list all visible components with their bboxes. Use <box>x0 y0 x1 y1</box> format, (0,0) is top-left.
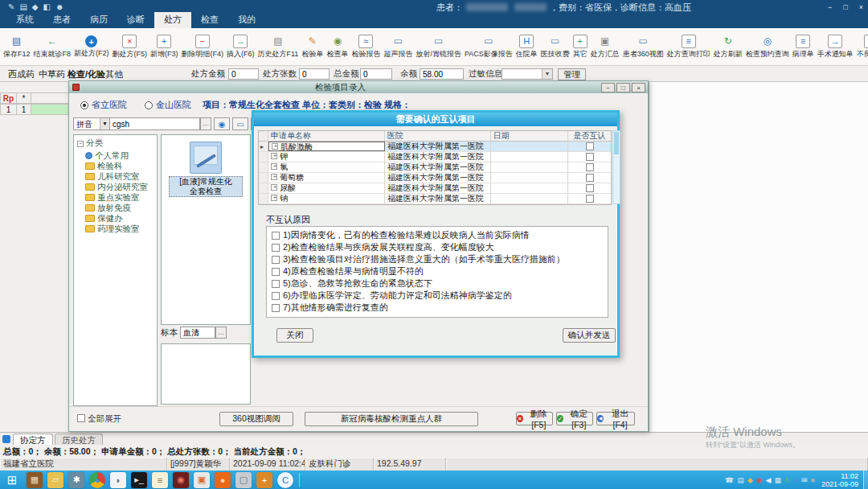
end-visit-button[interactable]: ← 结束就诊F8 <box>32 29 73 64</box>
collapse-icon[interactable]: − <box>77 141 84 147</box>
prescription-refresh-button[interactable]: ↻ 处方刷新 <box>712 29 744 64</box>
menu-item-exam[interactable]: 检查 <box>191 12 228 28</box>
taskbar-app-tiles-icon[interactable]: ▣ <box>194 472 210 488</box>
col-request-name[interactable]: 申请单名称 <box>268 131 385 141</box>
request-name-cell[interactable]: 尿酸 <box>268 183 385 193</box>
menu-item-mine[interactable]: 我的 <box>228 12 265 28</box>
request-name-cell[interactable]: 钠 <box>268 194 385 203</box>
taskbar-c-blue-icon[interactable]: C <box>277 472 293 488</box>
expand-icon[interactable] <box>271 163 277 170</box>
lab-request-button[interactable]: ✎ 检验单 <box>300 29 325 64</box>
hospital-cell[interactable]: 福建医科大学附属第一医院 <box>385 183 491 193</box>
manage-button[interactable]: 管理 <box>558 68 586 80</box>
hospital-cell[interactable]: 福建医科大学附属第一医院 <box>385 142 491 151</box>
tray-monitor-icon[interactable]: ▤ <box>737 476 744 484</box>
radio-jinshan-label[interactable]: 金山医院 <box>156 99 191 111</box>
mutual-checkbox[interactable] <box>586 174 594 182</box>
request-name-cell[interactable]: 氯 <box>268 162 385 172</box>
hospital-cell[interactable]: 福建医科大学附属第一医院 <box>385 152 491 162</box>
hospital-cell[interactable]: 福建医科大学附属第一医院 <box>385 173 491 183</box>
tree-item-key-lab[interactable]: 重点实验室 <box>77 192 157 203</box>
mutual-checkbox[interactable] <box>586 153 594 161</box>
exit-button[interactable]: ◀退出[F4] <box>596 412 635 425</box>
pathology-form-button[interactable]: ≡ 病理单 <box>791 29 816 64</box>
prescription-summary-button[interactable]: ▣ 处方汇总 <box>589 29 621 64</box>
menu-item-prescription[interactable]: 处方 <box>154 12 191 28</box>
date-cell[interactable] <box>491 183 568 193</box>
search-input[interactable] <box>110 117 200 130</box>
reason-checkbox[interactable] <box>272 244 280 252</box>
reason-checkbox[interactable] <box>272 280 280 288</box>
tree-root[interactable]: −分类 <box>77 138 157 149</box>
radio-provincial-label[interactable]: 省立医院 <box>92 99 127 111</box>
request-name-cell[interactable]: 葡萄糖 <box>268 173 385 183</box>
delete-detail-button[interactable]: − 删除明细(F4) <box>180 29 226 64</box>
tab-exam-lab[interactable]: 检查/化验 <box>68 68 105 80</box>
other-button[interactable]: + 其它 <box>571 29 589 64</box>
钾[interactable]: 钾 福建医科大学附属第一医院 <box>259 152 611 162</box>
dialog-minimize-icon[interactable]: − <box>601 83 615 92</box>
taskbar-app-orange-icon[interactable]: ● <box>215 472 231 488</box>
lab-item-icon[interactable] <box>190 142 222 174</box>
exam-appointment-button[interactable]: ◎ 检查预约查询 <box>744 29 791 64</box>
reason-checkbox[interactable] <box>272 256 280 264</box>
date-cell[interactable] <box>491 142 568 151</box>
tree-item-radioimmunoassay[interactable]: 放射免疫 <box>77 203 157 213</box>
mr-close-button[interactable]: 关闭 <box>276 328 313 343</box>
expand-icon[interactable] <box>271 195 277 201</box>
tree-item-personal[interactable]: 个人常用 <box>77 150 157 161</box>
mutual-checkbox[interactable] <box>586 163 594 171</box>
tree-item-endocrine[interactable]: 内分泌研究室 <box>77 182 157 192</box>
tab-western-medicine[interactable]: 西成药 <box>8 68 35 80</box>
expand-icon[interactable] <box>271 174 277 180</box>
taskbar-chat-icon[interactable]: ◗ <box>110 472 126 488</box>
mutual-checkbox[interactable] <box>586 142 594 150</box>
taskbar-notepad-icon[interactable]: ≡ <box>152 472 168 488</box>
reason-checkbox[interactable] <box>272 268 280 276</box>
col-date[interactable]: 日期 <box>491 131 568 141</box>
insert-button[interactable]: → 插入(F6) <box>225 29 256 64</box>
delete-button[interactable]: ×删除[F5] <box>516 412 553 425</box>
lab-item-label[interactable]: [血液]常规生化 全套检查 <box>169 176 243 197</box>
show-desktop-button[interactable] <box>863 471 868 489</box>
menu-item-diagnosis[interactable]: 诊断 <box>117 12 154 28</box>
grid-cell-item[interactable] <box>31 104 69 115</box>
ultrasound-report-button[interactable]: ▭ 超声报告 <box>382 29 414 64</box>
specimen-field[interactable] <box>180 327 215 339</box>
balance-field[interactable] <box>420 68 464 80</box>
taskbar-tools-icon[interactable]: ✱ <box>68 472 84 488</box>
氯[interactable]: 氯 福建医科大学附属第一医院 <box>259 162 611 173</box>
row-selector[interactable] <box>259 152 268 162</box>
add-row-button[interactable]: + 新增(F3) <box>149 29 180 64</box>
grid-cell-rp[interactable]: 1 <box>0 104 17 115</box>
taskbar-chrome-icon[interactable]: ● <box>89 472 105 488</box>
exam-request-button[interactable]: ◉ 检查单 <box>325 29 350 64</box>
hospital-cell[interactable]: 福建医科大学附属第一医院 <box>385 162 491 172</box>
close-icon[interactable]: × <box>859 3 863 11</box>
尿酸[interactable]: 尿酸 福建医科大学附属第一医院 <box>259 183 611 194</box>
tray-update-icon[interactable]: ↻ <box>784 476 791 484</box>
tab-history-prescription[interactable]: 历史处方 <box>55 434 103 446</box>
dialog-maximize-icon[interactable]: □ <box>616 83 630 92</box>
medtech-charge-button[interactable]: ▭ 医技收费 <box>539 29 571 64</box>
tray-alert-icon[interactable]: ◉ <box>756 476 763 484</box>
confirm-button[interactable]: ✓确定[F3] <box>556 412 593 425</box>
menu-item-patient[interactable]: 患者 <box>43 12 80 28</box>
date-cell[interactable] <box>491 173 568 183</box>
prescription-print-button[interactable]: ≡ 处方查询打印 <box>665 29 712 64</box>
taskbar-folder-icon[interactable]: ▱ <box>47 472 63 488</box>
row-selector[interactable] <box>259 142 268 151</box>
tray-volume-icon[interactable]: ◀ <box>766 476 772 484</box>
tab-protocol-prescription[interactable]: 协定方 <box>13 434 53 446</box>
radio-provincial-hospital[interactable] <box>80 101 88 109</box>
expand-all-checkbox[interactable]: 全部展开 <box>77 413 121 425</box>
mutual-checkbox[interactable] <box>586 195 594 203</box>
radiology-report-button[interactable]: ▭ 放射/胃镜报告 <box>414 29 463 64</box>
reason-checkbox[interactable] <box>272 292 280 300</box>
tray-shield-icon[interactable]: ◆ <box>747 476 753 484</box>
allergy-select[interactable]: ▼ <box>502 68 553 80</box>
tray-safe-icon[interactable]: ■ <box>811 476 815 484</box>
taskbar-app-red-icon[interactable]: ◉ <box>173 472 189 488</box>
mr-send-button[interactable]: 确认并发送 <box>563 328 616 343</box>
mutual-checkbox[interactable] <box>586 184 594 192</box>
